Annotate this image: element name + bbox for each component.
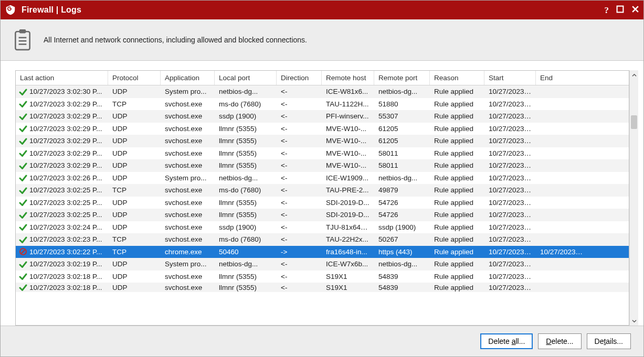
cell-remote-host: SDI-2019-D... [322,199,374,207]
cell-application: svchost.exe [161,112,215,120]
cell-reason: Rule applied [430,174,484,182]
cell-remote-host: MVE-W10-... [322,161,374,169]
col-direction[interactable]: Direction [277,71,322,85]
cell-remote-host: ICE-W81x6... [322,88,374,95]
col-remote-port[interactable]: Remote port [374,71,430,85]
table-row[interactable]: 10/27/2023 3:02:29 P...UDPsvchost.exellm… [16,147,629,160]
table-header: Last action Protocol Application Local p… [16,71,629,85]
table-row[interactable]: 10/27/2023 3:02:25 P...UDPsvchost.exellm… [16,209,629,221]
cell-application: chrome.exe [161,248,215,256]
delete-all-button[interactable]: Delete all... [480,333,533,349]
table-row[interactable]: 10/27/2023 3:02:29 P...TCPsvchost.exems-… [16,98,629,111]
cell-start: 10/27/2023 ... [484,100,536,108]
scroll-track[interactable] [630,80,638,316]
table-row[interactable]: 10/27/2023 3:02:29 P...UDPsvchost.exellm… [16,135,629,147]
table-row[interactable]: 10/27/2023 3:02:25 P...UDPsvchost.exellm… [16,197,629,209]
cell-remote-host: S19X1 [322,273,374,280]
cell-remote-host: MVE-W10-... [322,149,374,157]
cell-last-action: 10/27/2023 3:02:29 P... [29,149,102,157]
allow-icon [19,174,27,182]
cell-application: svchost.exe [161,223,215,231]
col-start[interactable]: Start [484,71,536,85]
cell-local-port: llmnr (5355) [215,284,277,291]
cell-start: 10/27/2023 ... [484,248,536,256]
allow-icon [19,186,27,194]
cell-local-port: llmnr (5355) [215,125,277,133]
cell-last-action: 10/27/2023 3:02:19 P... [29,260,102,268]
cell-reason: Rule applied [430,161,484,169]
cell-start: 10/27/2023 ... [484,161,536,169]
table-row[interactable]: 10/27/2023 3:02:25 P...TCPsvchost.exems-… [16,184,629,197]
scroll-up-icon[interactable] [630,70,638,80]
cell-reason: Rule applied [430,137,484,145]
allow-icon [19,283,27,291]
cell-application: svchost.exe [161,199,215,207]
scroll-thumb[interactable] [631,115,637,129]
table-row[interactable]: 10/27/2023 3:02:29 P...UDPsvchost.exessd… [16,110,629,123]
table-row[interactable]: 10/27/2023 3:02:22 P...TCPchrome.exe5046… [16,246,629,258]
cell-local-port: llmnr (5355) [215,137,277,145]
col-reason[interactable]: Reason [430,71,484,85]
cell-direction: <- [277,273,322,280]
col-local-port[interactable]: Local port [215,71,277,85]
cell-application: svchost.exe [161,100,215,108]
cell-reason: Rule applied [430,186,484,194]
table-row[interactable]: 10/27/2023 3:02:24 P...UDPsvchost.exessd… [16,221,629,234]
allow-icon [19,272,27,280]
details-button[interactable]: Details... [587,333,631,349]
table-row[interactable]: 10/27/2023 3:02:18 P...UDPsvchost.exellm… [16,283,629,292]
allow-icon [19,198,27,207]
table-row[interactable]: 10/27/2023 3:02:23 P...TCPsvchost.exems-… [16,233,629,246]
cell-application: svchost.exe [161,211,215,219]
vertical-scrollbar[interactable] [629,70,638,326]
col-last-action[interactable]: Last action [16,71,108,85]
cell-remote-port: 54726 [374,211,430,219]
cell-start: 10/27/2023 ... [484,223,536,231]
table-body: 10/27/2023 3:02:30 P...UDPSystem pro...n… [16,85,629,325]
cell-direction: -> [277,248,322,256]
allow-icon [19,149,27,157]
cell-start: 10/27/2023 ... [484,112,536,120]
cell-last-action: 10/27/2023 3:02:18 P... [29,273,102,280]
cell-reason: Rule applied [430,125,484,133]
cell-remote-host: TJU-81x64e-1 [322,223,374,231]
table-row[interactable]: 10/27/2023 3:02:18 P...UDPsvchost.exellm… [16,271,629,283]
cell-start: 10/27/2023 ... [484,186,536,194]
cell-protocol: UDP [108,137,161,145]
cell-remote-host: TAU-PRE-2... [322,186,374,194]
table-row[interactable]: 10/27/2023 3:02:29 P...UDPsvchost.exellm… [16,123,629,135]
cell-protocol: TCP [108,186,161,194]
allow-icon [19,235,27,244]
cell-protocol: TCP [108,248,161,256]
scroll-down-icon[interactable] [630,316,638,326]
cell-reason: Rule applied [430,260,484,268]
cell-local-port: llmnr (5355) [215,211,277,219]
table-row[interactable]: 10/27/2023 3:02:19 P...UDPSystem pro...n… [16,258,629,271]
delete-button[interactable]: Delete... [538,333,581,349]
allow-icon [19,100,27,108]
col-protocol[interactable]: Protocol [108,71,161,85]
col-remote-host[interactable]: Remote host [322,71,374,85]
block-icon [19,247,27,256]
col-end[interactable]: End [536,71,587,85]
help-icon[interactable]: ? [605,6,609,15]
cell-remote-port: ssdp (1900) [374,223,430,231]
cell-remote-port: 54839 [374,284,430,291]
table-row[interactable]: 10/27/2023 3:02:29 P...UDPsvchost.exellm… [16,159,629,172]
cell-direction: <- [277,149,322,157]
cell-direction: <- [277,125,322,133]
table-row[interactable]: 10/27/2023 3:02:30 P...UDPSystem pro...n… [16,85,629,98]
col-application[interactable]: Application [161,71,215,85]
maximize-icon[interactable] [616,5,624,15]
close-icon[interactable] [631,5,639,15]
table-row[interactable]: 10/27/2023 3:02:26 P...UDPSystem pro...n… [16,172,629,185]
cell-application: svchost.exe [161,235,215,243]
cell-remote-host: MVE-W10-... [322,137,374,145]
cell-remote-host: MVE-W10-... [322,125,374,133]
page-description: All Internet and network connections, in… [44,36,307,44]
cell-local-port: llmnr (5355) [215,149,277,157]
cell-reason: Rule applied [430,248,484,256]
cell-remote-host: PFI-winserv... [322,112,374,120]
cell-protocol: UDP [108,223,161,231]
svg-rect-0 [617,6,624,13]
